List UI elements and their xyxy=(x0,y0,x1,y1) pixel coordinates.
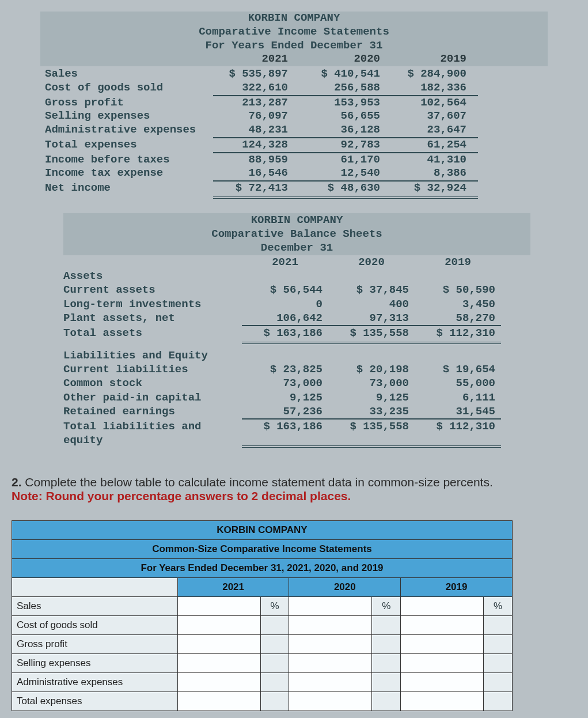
bs-year-row: 2021 2020 2019 xyxy=(63,255,530,269)
is-row: Income tax expense16,54612,5408,386 xyxy=(40,167,548,182)
answer-input[interactable] xyxy=(178,598,260,614)
answer-input-cell[interactable] xyxy=(289,653,372,672)
answer-input-cell[interactable] xyxy=(177,596,260,615)
answer-title: Common-Size Comparative Income Statement… xyxy=(12,539,513,558)
is-row-label: Income before taxes xyxy=(40,153,213,167)
answer-row-label: Selling expenses xyxy=(12,653,178,672)
answer-period: For Years Ended December 31, 2021, 2020,… xyxy=(12,558,513,577)
bs-period: December 31 xyxy=(63,241,530,255)
bs-row: Current liabilities$ 23,825$ 20,198$ 19,… xyxy=(63,362,530,376)
bs-cell: 73,000 xyxy=(242,376,328,390)
is-row: Gross profit213,287153,953102,564 xyxy=(40,96,548,110)
is-year-2020: 2020 xyxy=(299,52,392,66)
bs-year-2020: 2020 xyxy=(328,255,415,269)
bs-row: Current assets$ 56,544$ 37,845$ 50,590 xyxy=(63,283,530,297)
is-cell: 12,540 xyxy=(299,167,392,182)
answer-input-cell[interactable] xyxy=(401,615,484,634)
answer-input-cell[interactable] xyxy=(177,672,260,691)
is-year-row: 2021 2020 2019 xyxy=(40,52,548,66)
is-row-label: Selling expenses xyxy=(40,109,213,123)
is-row-label: Administrative expenses xyxy=(40,123,213,138)
bs-cell: $ 112,310 xyxy=(415,326,501,343)
bs-title: Comparative Balance Sheets xyxy=(63,227,530,241)
answer-input-cell[interactable] xyxy=(177,653,260,672)
answer-input-cell[interactable] xyxy=(177,615,260,634)
is-cell: 322,610 xyxy=(213,81,299,96)
is-cell: 76,097 xyxy=(213,109,299,123)
answer-input-cell[interactable] xyxy=(177,634,260,653)
bs-cell: 97,313 xyxy=(328,311,415,326)
answer-input-cell[interactable] xyxy=(401,672,484,691)
question-number: 2. xyxy=(12,475,22,489)
answer-input[interactable] xyxy=(289,598,371,614)
question-block: 2. Complete the below table to calculate… xyxy=(12,475,576,503)
answer-input-cell[interactable] xyxy=(289,615,372,634)
bs-row: Retained earnings57,23633,23531,545 xyxy=(63,405,530,420)
answer-input[interactable] xyxy=(289,655,371,671)
bs-row-label: Current liabilities xyxy=(63,362,242,376)
answer-input[interactable] xyxy=(289,617,371,633)
bs-cell: 106,642 xyxy=(242,311,328,326)
is-cell: 92,783 xyxy=(299,138,392,153)
answer-input[interactable] xyxy=(289,693,371,709)
is-cell: 36,128 xyxy=(299,123,392,138)
percent-label xyxy=(260,691,289,711)
bs-cell: 6,111 xyxy=(415,391,501,405)
answer-row-label: Cost of goods sold xyxy=(12,615,178,634)
answer-input[interactable] xyxy=(289,674,371,690)
answer-input-cell[interactable] xyxy=(289,634,372,653)
bs-header: KORBIN COMPANY Comparative Balance Sheet… xyxy=(63,213,530,255)
answer-input-cell[interactable] xyxy=(401,596,484,615)
answer-input[interactable] xyxy=(401,636,483,652)
question-text: Complete the below table to calculate in… xyxy=(25,475,492,489)
is-cell: 88,959 xyxy=(213,153,299,167)
bs-cell: 73,000 xyxy=(328,376,415,390)
answer-input-cell[interactable] xyxy=(401,653,484,672)
answer-input[interactable] xyxy=(401,693,483,709)
answer-input[interactable] xyxy=(178,617,260,633)
is-cell: 182,336 xyxy=(392,81,478,96)
bs-row-label: Common stock xyxy=(63,376,242,390)
answer-input[interactable] xyxy=(178,674,260,690)
is-row-label: Total expenses xyxy=(40,138,213,153)
percent-label xyxy=(484,634,513,653)
answer-input[interactable] xyxy=(178,693,260,709)
percent-label xyxy=(260,615,289,634)
answer-row: Gross profit xyxy=(12,634,513,653)
is-row: Sales$ 535,897$ 410,541$ 284,900 xyxy=(40,67,548,81)
answer-input[interactable] xyxy=(401,674,483,690)
is-cell: 48,231 xyxy=(213,123,299,138)
is-cell: $ 48,630 xyxy=(299,182,392,199)
bs-company: KORBIN COMPANY xyxy=(63,213,530,227)
percent-label: % xyxy=(484,596,513,615)
answer-input-cell[interactable] xyxy=(177,691,260,711)
is-cell: 213,287 xyxy=(213,96,299,110)
bs-row: Other paid-in capital9,1259,1256,111 xyxy=(63,391,530,405)
answer-input[interactable] xyxy=(401,598,483,614)
answer-input-cell[interactable] xyxy=(401,634,484,653)
bs-cell: $ 20,198 xyxy=(328,362,415,376)
answer-input-cell[interactable] xyxy=(289,672,372,691)
is-cell: 256,588 xyxy=(299,81,392,96)
answer-input[interactable] xyxy=(178,655,260,671)
answer-table-wrap: KORBIN COMPANY Common-Size Comparative I… xyxy=(12,520,576,711)
answer-input[interactable] xyxy=(178,636,260,652)
bs-cell: 9,125 xyxy=(242,391,328,405)
answer-row: Cost of goods sold xyxy=(12,615,513,634)
answer-input-cell[interactable] xyxy=(401,691,484,711)
answer-input-cell[interactable] xyxy=(289,596,372,615)
bs-row-label: Plant assets, net xyxy=(63,311,242,326)
answer-input-cell[interactable] xyxy=(289,691,372,711)
answer-input[interactable] xyxy=(289,636,371,652)
is-cell: 16,546 xyxy=(213,167,299,182)
bs-cell: $ 19,654 xyxy=(415,362,501,376)
bs-year-2021: 2021 xyxy=(242,255,328,269)
answer-input[interactable] xyxy=(401,655,483,671)
bs-cell: $ 112,310 xyxy=(415,420,501,448)
is-cell: 23,647 xyxy=(392,123,478,138)
bs-row: Long-term investments04003,450 xyxy=(63,297,530,311)
is-cell: 102,564 xyxy=(392,96,478,110)
answer-year-2019: 2019 xyxy=(401,577,513,596)
answer-input[interactable] xyxy=(401,617,483,633)
bs-row-label: Total liabilities and equity xyxy=(63,420,242,448)
